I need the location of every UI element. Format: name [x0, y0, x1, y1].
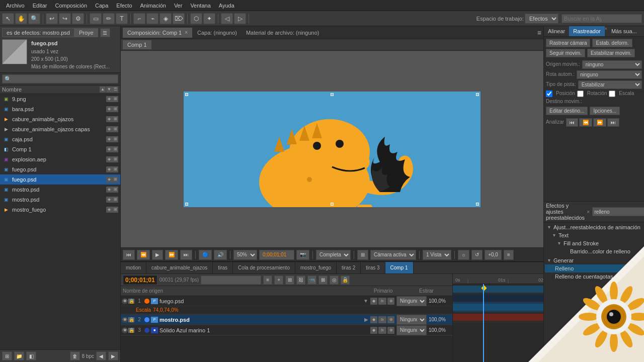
analizar-back-all[interactable]: ⏮	[566, 118, 578, 127]
playback-prev-btn[interactable]: ⏪	[137, 250, 150, 260]
sort-desc-btn[interactable]: ▼	[106, 86, 112, 93]
tool-redo[interactable]: ↪	[59, 13, 71, 24]
layer1-keyframe-btn[interactable]: ◆	[370, 298, 377, 305]
tl-tab-mostro-fuego[interactable]: mostro_fuego	[295, 262, 337, 274]
layer3-fx-btn[interactable]: fx	[378, 327, 386, 334]
file-info-btn[interactable]: ⊞	[112, 116, 118, 122]
tool-zoom[interactable]: 🔍	[28, 13, 40, 24]
tl-tab-cola[interactable]: Cola de procesamiento	[233, 262, 295, 274]
tool-rect[interactable]: ▭	[90, 13, 102, 24]
layer2-lock[interactable]: 🔒	[128, 317, 134, 322]
layer3-blend-btn[interactable]: ⊕	[387, 327, 394, 334]
menu-capa[interactable]: Capa	[91, 3, 112, 9]
file-info-btn[interactable]: ⊞	[112, 136, 118, 142]
view-select[interactable]: 1 Vista	[423, 250, 451, 260]
tl-layer-1[interactable]: 👁 🔒 1 P fuego.psd ▼ ◆ fx	[121, 296, 452, 306]
file-solo-btn[interactable]: ◈	[106, 126, 112, 132]
layer2-expand[interactable]: ▶	[364, 317, 368, 322]
tl-camera-btn[interactable]: 📹	[307, 276, 316, 285]
handle-br[interactable]	[476, 203, 479, 206]
origen-select[interactable]: ninguno	[582, 60, 642, 69]
view-options-btn[interactable]: ≡	[504, 250, 514, 260]
playback-end-btn[interactable]: ⏭	[180, 250, 192, 260]
layer1-fx-btn[interactable]: fx	[378, 298, 386, 305]
layer1-eye[interactable]: 👁	[122, 298, 128, 304]
handle-tl[interactable]	[185, 93, 188, 96]
tl-layer-2[interactable]: 👁 🔒 2 P mostro.psd ▶ ◆ fx	[121, 315, 452, 325]
tipo-select[interactable]: Estabilizar	[578, 80, 642, 89]
handle-bm[interactable]	[331, 203, 334, 206]
tool-clone[interactable]: ◈	[159, 13, 172, 24]
file-info-btn[interactable]: ⊞	[112, 207, 118, 213]
effects-close-btn[interactable]: ×	[587, 209, 590, 215]
file-info-btn[interactable]: ⊞	[112, 176, 118, 183]
layer2-blend-btn[interactable]: ⊕	[387, 316, 394, 323]
tl-solo-btn[interactable]: ◎	[330, 276, 339, 285]
tl-tab-comp1[interactable]: Comp 1	[385, 262, 414, 274]
comp-close-btn[interactable]: ×	[185, 30, 188, 35]
new-folder-btn[interactable]: 📁	[14, 351, 24, 360]
rt-tab-alinear[interactable]: Alinear	[544, 26, 569, 36]
file-item-cabure[interactable]: ▶ cabure_animable_ojazos ◈ ⊞	[0, 114, 120, 124]
analizar-fwd-all[interactable]: ⏭	[607, 118, 619, 127]
rotation-checkbox[interactable]	[577, 90, 584, 97]
project-search-input[interactable]	[2, 74, 118, 83]
playback-play-btn[interactable]: ▶	[152, 250, 163, 260]
file-solo-btn[interactable]: ◈	[106, 116, 112, 122]
file-info-btn[interactable]: ⊞	[112, 146, 118, 152]
exposure-reset-btn[interactable]: ↺	[471, 250, 482, 260]
file-solo-btn[interactable]: ◈	[106, 96, 112, 102]
menu-archivo[interactable]: Archivo	[2, 3, 29, 9]
sort-asc-btn[interactable]: ▲	[100, 86, 106, 93]
playback-start-btn[interactable]: ⏮	[123, 250, 135, 260]
tl-filter-btn[interactable]: ⊞	[285, 276, 294, 285]
layer1-primario[interactable]: Ninguno	[396, 296, 427, 306]
project-tab[interactable]: Proye	[74, 28, 98, 37]
tl-add-btn[interactable]: +	[274, 276, 283, 285]
file-item-comp1[interactable]: ◧ Comp 1 ◈ ⊞	[0, 144, 120, 154]
file-solo-btn[interactable]: ◈	[106, 187, 112, 193]
tool-preview-fwd[interactable]: ▷	[234, 13, 246, 24]
file-info-btn[interactable]: ⊞	[112, 106, 118, 112]
tl-tab-tiras2[interactable]: tiras 2	[337, 262, 361, 274]
tool-hand[interactable]: ✋	[15, 13, 27, 24]
file-solo-btn[interactable]: ◈	[106, 207, 112, 213]
effects-group-ajust-label[interactable]: ▼ Ajust...reestablecidos de animación	[545, 223, 643, 231]
tl-grid-btn[interactable]: ⊠	[318, 276, 328, 285]
search-help-input[interactable]	[561, 14, 642, 23]
file-solo-btn[interactable]: ◈	[106, 197, 112, 203]
file-solo-btn[interactable]: ◈	[106, 166, 112, 172]
menu-ver[interactable]: Ver	[170, 3, 187, 9]
camera-select[interactable]: Cámara activa	[370, 250, 416, 260]
tool-pen[interactable]: ✏	[103, 13, 115, 24]
new-comp-btn[interactable]: ◧	[26, 351, 36, 360]
tool-puppet[interactable]: ✦	[203, 13, 215, 24]
layer1-expand[interactable]: ▼	[363, 298, 368, 304]
tool-eraser[interactable]: ⌦	[173, 13, 185, 24]
tl-search-input[interactable]	[201, 276, 261, 285]
menu-composicion[interactable]: Composición	[51, 3, 91, 9]
menu-animacion[interactable]: Animación	[136, 3, 170, 9]
layer1-blend-btn[interactable]: ⊕	[387, 298, 394, 305]
menu-ayuda[interactable]: Ayuda	[215, 3, 238, 9]
menu-efecto[interactable]: Efecto	[112, 3, 136, 9]
tl-tab-tiras[interactable]: tiras	[213, 262, 233, 274]
tool-render[interactable]: ⚙	[72, 13, 84, 24]
file-item-cabure-capas[interactable]: ▶ cabure_animable_ojazos capas ◈ ⊞	[0, 124, 120, 134]
file-item-mostro2[interactable]: ▣ mostro.psd ◈ ⊞	[0, 195, 120, 205]
scale-checkbox[interactable]	[609, 90, 615, 97]
tl-tab-tiras3[interactable]: tiras 3	[361, 262, 385, 274]
handle-tr[interactable]	[476, 93, 479, 96]
tool-preview-back[interactable]: ◁	[221, 13, 233, 24]
tool-select[interactable]: ↖	[2, 13, 14, 24]
interpret-btn[interactable]: ⊞	[2, 351, 12, 360]
rt-tab-suavizar[interactable]: Más sua...	[607, 26, 641, 36]
tl-link-btn[interactable]: ⛓	[296, 276, 305, 285]
layer3-keyframe-btn[interactable]: ◆	[370, 327, 377, 334]
tl-lock-btn[interactable]: 🔒	[341, 276, 350, 285]
file-solo-btn[interactable]: ◈	[106, 156, 112, 162]
comp-tab-options[interactable]: ≡	[537, 29, 541, 37]
file-info-btn[interactable]: ⊞	[112, 166, 118, 172]
panel-menu-btn[interactable]: ☰	[100, 28, 110, 37]
analizar-fwd[interactable]: ⏩	[593, 118, 606, 127]
